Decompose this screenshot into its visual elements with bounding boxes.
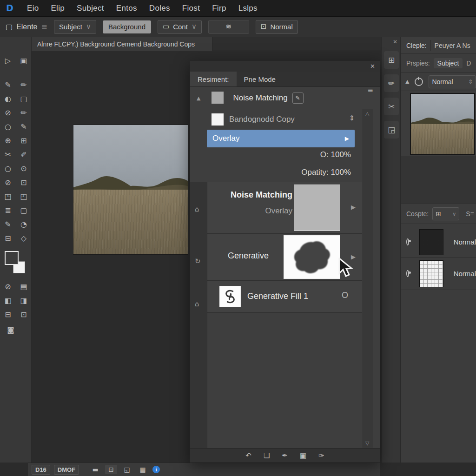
tool-icon[interactable]: ✎ xyxy=(1,78,15,92)
visibility-eye-icon[interactable] xyxy=(406,238,409,245)
status-folder-icon[interactable]: ▬ xyxy=(89,465,101,474)
tool-icon[interactable]: ▢ xyxy=(17,204,31,218)
noise-matching-row[interactable]: ▲ Noise Matching ✎ xyxy=(190,88,380,108)
status-panel-icon[interactable]: ▦ xyxy=(137,465,149,474)
gutter-home-icon[interactable]: ⌂ xyxy=(195,206,199,213)
right-blend-dropdown[interactable]: Normal ⇕ xyxy=(429,75,476,88)
status-doc-info[interactable]: DMOF xyxy=(54,465,79,475)
tool-icon[interactable]: ✎ xyxy=(17,120,31,134)
layer-preview-image[interactable] xyxy=(410,93,475,155)
color-swatches[interactable] xyxy=(5,251,27,275)
panel-scrollbar[interactable]: △ ▽ xyxy=(363,109,373,448)
edit-pencil-icon[interactable]: ✎ xyxy=(292,93,304,104)
tool-icon[interactable]: ◳ xyxy=(1,190,15,204)
move-tool-icon[interactable]: ▷ xyxy=(1,54,15,68)
tool-icon[interactable]: ◨ xyxy=(17,294,31,308)
arrow-right-icon[interactable]: ▶ xyxy=(351,254,356,260)
power-icon[interactable] xyxy=(415,78,423,86)
properties-more[interactable]: D xyxy=(466,60,471,67)
generative-fill-thumbnail[interactable] xyxy=(219,286,241,307)
status-lock-icon[interactable]: ◱ xyxy=(121,465,133,474)
white-swatch[interactable] xyxy=(212,113,224,126)
tool-icon[interactable]: ⊟ xyxy=(1,231,15,245)
status-frame-icon[interactable]: ⊡ xyxy=(105,465,117,474)
close-icon[interactable]: ✕ xyxy=(370,63,375,69)
menu-item-5[interactable]: Doles xyxy=(149,4,170,13)
tool-icon[interactable]: ⊙ xyxy=(17,162,31,176)
collapse-up-icon[interactable]: ▲ xyxy=(401,79,409,84)
pen-icon[interactable]: ✑ xyxy=(318,452,324,459)
tool-icon[interactable]: ◐ xyxy=(1,92,15,106)
menu-item-6[interactable]: Fiost xyxy=(182,4,200,13)
tool-icon[interactable]: ○ xyxy=(1,120,15,134)
composite-more[interactable]: S≡ xyxy=(466,210,474,218)
canvas-image[interactable] xyxy=(73,125,188,255)
collapse-up-icon[interactable]: ▲ xyxy=(197,96,200,101)
info-icon[interactable]: i xyxy=(152,466,160,473)
right-layer-row-1[interactable]: Normal xyxy=(401,227,476,258)
tool-icon[interactable]: ▤ xyxy=(17,280,31,294)
floating-panel-titlebar[interactable]: ✕ xyxy=(190,61,380,72)
menu-item-2[interactable]: Elip xyxy=(51,4,65,13)
document-tab[interactable]: Alnre FLCPY.) Background Cemend Backgrou… xyxy=(32,37,213,51)
cont-dropdown[interactable]: ▭ Cont ∨ xyxy=(158,20,202,34)
scroll-up-icon[interactable]: △ xyxy=(365,111,369,116)
tool-icon[interactable]: ◧ xyxy=(1,294,15,308)
tool-icon[interactable]: ✂ xyxy=(1,148,15,162)
tool-icon[interactable]: ✎ xyxy=(1,218,15,231)
tool-icon[interactable]: ✐ xyxy=(17,148,31,162)
tool-icon[interactable]: ⊘ xyxy=(1,106,15,120)
right-tab-layer[interactable]: Peuyer A Ns xyxy=(435,42,470,49)
menu-item-7[interactable]: Firp xyxy=(212,4,226,13)
opacity-value[interactable]: Opatity: 100% xyxy=(301,168,351,177)
tab-pne-mode[interactable]: Pne Mode xyxy=(237,72,283,86)
tool-icon[interactable]: ⊘ xyxy=(1,176,15,190)
dock-export-icon[interactable]: ⊞ xyxy=(384,51,399,69)
o-value[interactable]: O: 100% xyxy=(320,150,351,159)
tool-icon[interactable]: ◇ xyxy=(17,231,31,245)
layer-row-generative[interactable]: Generative ▶ xyxy=(207,234,362,281)
edit-toolbar-icon[interactable]: ◙ xyxy=(4,323,18,337)
blend-mode-dropdown[interactable]: ⊡ Normal xyxy=(256,20,298,34)
menu-item-1[interactable]: Eio xyxy=(27,4,39,13)
overlay-selected-row[interactable]: Overlay ▶ xyxy=(207,130,355,147)
foreground-color-swatch[interactable] xyxy=(5,251,19,265)
layer-row-generative-fill[interactable]: Generative Fill 1 O xyxy=(207,281,362,313)
layer-row-noise-matching[interactable]: Noise Matching Overlay ▶ xyxy=(207,182,362,234)
tool-icon[interactable]: ⊟ xyxy=(1,308,15,322)
tool-icon[interactable]: ≣ xyxy=(1,204,15,218)
tab-resiment[interactable]: Resiment: xyxy=(190,72,237,86)
properties-subject-chip[interactable]: Subject xyxy=(434,58,463,68)
collapse-dock-icon[interactable]: ✕ xyxy=(393,39,397,45)
image-icon[interactable]: ▣ xyxy=(300,452,306,459)
visibility-eye-icon[interactable] xyxy=(406,270,409,277)
tool-icon[interactable]: ✏ xyxy=(17,78,31,92)
tool-icon[interactable]: ⊡ xyxy=(17,176,31,190)
layer-thumbnail-gray[interactable] xyxy=(294,185,340,231)
layer-thumbnail[interactable] xyxy=(419,260,443,287)
tool-icon[interactable]: ▢ xyxy=(17,92,31,106)
wifi-button[interactable]: ≋ xyxy=(208,20,249,34)
gutter-home-icon[interactable]: ⌂ xyxy=(195,301,199,308)
layer-thumbnail[interactable] xyxy=(419,229,443,255)
floating-panel[interactable]: ✕ Resiment: Pne Mode ≡ ▲ Noise Matching … xyxy=(190,60,380,463)
tool-icon[interactable]: ⊘ xyxy=(1,280,15,294)
dock-adjust-icon[interactable]: ✂ xyxy=(384,98,399,115)
swap-icon[interactable]: ⇕ xyxy=(349,115,355,122)
menu-item-3[interactable]: Subject xyxy=(77,4,104,13)
right-layer-row-2[interactable]: Normal xyxy=(401,258,476,290)
tool-icon[interactable]: ◰ xyxy=(17,190,31,204)
undo-icon[interactable]: ↶ xyxy=(245,452,251,459)
duplicate-icon[interactable]: ❏ xyxy=(264,452,270,459)
tool-icon[interactable]: ○ xyxy=(1,162,15,176)
gutter-sync-icon[interactable]: ↻ xyxy=(195,258,201,265)
menu-item-4[interactable]: Entos xyxy=(116,4,137,13)
tool-preset[interactable]: ▢ Elente ≡ xyxy=(6,23,47,31)
status-doc-size[interactable]: D16 xyxy=(32,465,50,475)
tool-icon[interactable]: ⊞ xyxy=(17,134,31,148)
menu-item-8[interactable]: Lslps xyxy=(238,4,258,13)
artboard-tool-icon[interactable]: ▣ xyxy=(17,54,31,68)
composite-dropdown[interactable]: ⊞ ∨ xyxy=(432,207,459,220)
right-tab-cleple[interactable]: Cleple: xyxy=(401,42,427,49)
brush-icon[interactable]: ✒ xyxy=(282,452,288,459)
